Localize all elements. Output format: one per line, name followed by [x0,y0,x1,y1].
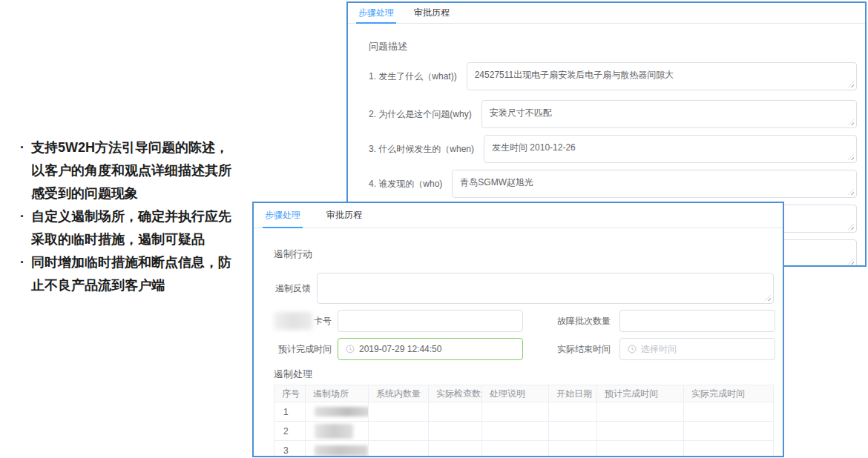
resize-grip-icon[interactable] [848,189,854,195]
time-row: 预计完成时间 2019-07-29 12:44:50 实际结束时间 选择时间 [274,338,774,360]
tab-approval-history-2[interactable]: 审批历程 [326,203,362,228]
col-header-system-qty: 系统内数量 [369,385,429,402]
card-number-label-text: 卡号 [314,315,332,328]
row-index: 1 [274,402,306,422]
screenshot-canvas: 支持5W2H方法引导问题的陈述，以客户的角度和观点详细描述其所感受到的问题现象 … [0,0,868,458]
field-label-why: 2. 为什么是这个问题(why) [369,108,472,121]
tab-step-processing[interactable]: 步骤处理 [358,3,394,23]
table-row[interactable]: 1 [274,402,774,422]
field-row-who: 4. 谁发现的（who) 青岛SGMW赵旭光 [369,170,857,198]
containment-action-panel: 步骤处理 审批历程 遏制行动 遏制反馈 卡号 故障批次数量 预计完成时间 201… [252,202,784,457]
field-row-what: 1. 发生了什么（what)) 24527511出现电子扇安装后电子扇与散热器间… [369,62,857,90]
tab-bar: 步骤处理 审批历程 [348,3,865,24]
redacted-text [315,407,369,416]
row-index: 2 [274,422,306,441]
feature-bullet: 自定义遏制场所，确定并执行应先采取的临时措施，遏制可疑品 [19,205,236,251]
what-value: 24527511出现电子扇安装后电子扇与散热器间隙大 [475,70,674,80]
why-value: 安装尺寸不匹配 [490,107,552,118]
resize-grip-icon[interactable] [848,82,854,87]
planned-time-value: 2019-07-29 12:44:50 [359,344,441,354]
row-place [306,402,369,422]
row-place [306,422,369,441]
actual-time-label: 实际结束时间 [523,343,611,356]
actual-time-placeholder: 选择时间 [641,343,677,356]
why-textarea[interactable]: 安装尺寸不匹配 [481,100,857,128]
who-value: 青岛SGMW赵旭光 [460,177,533,187]
resize-grip-icon[interactable] [848,119,854,125]
containment-feedback-textarea[interactable] [317,273,774,304]
feedback-label: 遏制反馈 [274,282,311,295]
resize-grip-icon[interactable] [765,295,771,301]
table-header-row: 序号 遏制场所 系统内数量 实际检查数量 处理说明 开始日期 预计完成时间 实际… [274,385,774,402]
card-number-row: 卡号 故障批次数量 [274,310,774,332]
problem-section-title: 问题描述 [369,40,865,53]
tab-approval-history[interactable]: 审批历程 [414,3,450,23]
table-row[interactable]: 2 [274,422,774,441]
who-textarea[interactable]: 青岛SGMW赵旭光 [452,170,857,198]
field-label-what: 1. 发生了什么（what)) [369,70,457,83]
field-row-why: 2. 为什么是这个问题(why) 安装尺寸不匹配 [369,100,857,128]
col-header-index: 序号 [274,385,306,402]
feature-bullet-list: 支持5W2H方法引导问题的陈述，以客户的角度和观点详细描述其所感受到的问题现象 … [19,136,236,297]
col-header-remark: 处理说明 [482,385,549,402]
feedback-row: 遏制反馈 [274,273,774,304]
table-row[interactable]: 3 [274,441,774,458]
col-header-actual-time: 实际完成时间 [684,385,774,402]
col-header-start-date: 开始日期 [549,385,597,402]
feature-bullet: 同时增加临时措施和断点信息，防止不良产品流到客户端 [19,251,236,297]
feature-bullet-text: 自定义遏制场所，确定并执行应先采取的临时措施，遏制可疑品 [31,209,231,247]
resize-grip-icon[interactable] [848,224,854,230]
clock-icon [628,345,637,354]
feature-bullet-text: 支持5W2H方法引导问题的陈述，以客户的角度和观点详细描述其所感受到的问题现象 [31,140,231,201]
planned-time-input[interactable]: 2019-07-29 12:44:50 [338,338,523,360]
when-value: 发生时间 2010-12-26 [492,142,576,153]
when-textarea[interactable]: 发生时间 2010-12-26 [484,135,857,163]
card-number-input[interactable] [338,310,523,332]
card-number-label: 卡号 [274,312,332,330]
tab-step-processing-2[interactable]: 步骤处理 [265,203,300,228]
col-header-place: 遏制场所 [306,385,369,402]
what-textarea[interactable]: 24527511出现电子扇安装后电子扇与散热器间隙大 [467,62,857,90]
field-label-when: 3. 什么时候发生的（when) [369,143,474,156]
tab-bar: 步骤处理 审批历程 [254,203,783,228]
planned-time-label: 预计完成时间 [274,343,332,356]
actual-time-input[interactable]: 选择时间 [619,338,775,360]
fault-batch-input[interactable] [619,310,775,332]
field-label-who: 4. 谁发现的（who) [369,178,442,190]
redacted-text [274,312,312,330]
containment-process-title: 遏制处理 [274,368,783,381]
resize-grip-icon[interactable] [848,154,854,160]
clock-icon [346,345,355,354]
containment-table: 序号 遏制场所 系统内数量 实际检查数量 处理说明 开始日期 预计完成时间 实际… [274,385,774,457]
fault-batch-label: 故障批次数量 [523,315,611,328]
resize-grip-icon[interactable] [848,259,854,265]
containment-action-title: 遏制行动 [274,248,783,261]
redacted-text [315,445,368,456]
field-row-when: 3. 什么时候发生的（when) 发生时间 2010-12-26 [369,135,857,163]
feature-bullet-text: 同时增加临时措施和断点信息，防止不良产品流到客户端 [31,255,231,293]
feature-bullet: 支持5W2H方法引导问题的陈述，以客户的角度和观点详细描述其所感受到的问题现象 [19,136,236,205]
col-header-checked-qty: 实际检查数量 [429,385,482,402]
row-place [306,441,369,458]
row-index: 3 [274,441,306,458]
col-header-planned-time: 预计完成时间 [597,385,684,402]
redacted-text [315,424,353,439]
